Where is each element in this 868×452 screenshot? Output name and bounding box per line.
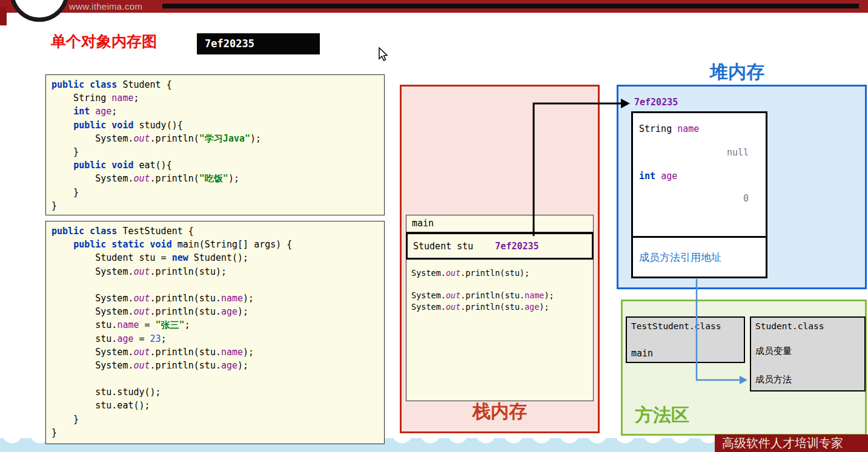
page-title: 单个对象内存图 — [51, 31, 157, 51]
address-badge: 7ef20235 — [197, 33, 320, 54]
stack-statements: System.out.println(stu); System.out.prin… — [406, 260, 593, 320]
stack-variable-row: Student stu 7ef20235 — [406, 232, 594, 260]
itheima-logo — [10, 0, 69, 22]
teststudent-class-box: TestStudent.class main — [626, 316, 745, 363]
student-class-member-methods: 成员方法 — [755, 374, 792, 385]
heap-field-name-decl: String name — [639, 123, 699, 134]
teststudent-class-name: TestStudent.class — [631, 321, 721, 331]
method-area-label: 方法区 — [635, 403, 689, 428]
stack-frame: main Student stu 7ef20235 System.out.pri… — [406, 215, 594, 401]
stack-memory-label: 栈内存 — [402, 399, 598, 424]
student-class-member-variables: 成员变量 — [755, 346, 792, 357]
stack-variable-value: 7ef20235 — [495, 241, 538, 252]
student-code-block: public class Student { String name; int … — [45, 74, 385, 215]
stack-variable-decl: Student stu — [413, 241, 473, 252]
stack-frame-main: main — [406, 215, 593, 232]
heap-memory-label: 堆内存 — [710, 60, 764, 85]
student-class-name: Student.class — [755, 321, 824, 331]
heap-object-address: 7ef20235 — [634, 97, 678, 108]
student-class-box: Student.class 成员变量 成员方法 — [750, 316, 866, 391]
heap-field-age-decl: int age — [639, 171, 677, 182]
logo-tab — [0, 7, 7, 25]
site-url: www.itheima.com — [69, 1, 142, 11]
mouse-cursor-icon — [379, 47, 390, 63]
heap-object-fields: String name null int age 0 — [633, 113, 766, 238]
heap-object-box: String name null int age 0 成员方法引用地址 — [631, 111, 767, 278]
stack-memory-panel: main Student stu 7ef20235 System.out.pri… — [400, 85, 600, 433]
heap-method-ref-label: 成员方法引用地址 — [633, 238, 766, 277]
heap-field-name-value: null — [727, 147, 749, 158]
teststudent-class-member-main: main — [631, 348, 653, 359]
heap-field-age-value: 0 — [743, 193, 749, 204]
method-area-panel: TestStudent.class main Student.class 成员变… — [621, 300, 867, 436]
footer-banner: 高级软件人才培训专家 — [715, 434, 868, 452]
header-stripe — [162, 4, 859, 8]
footer-slogan: 高级软件人才培训专家 — [722, 436, 843, 450]
test-student-code-block: public class TestStudent { public static… — [45, 221, 385, 444]
